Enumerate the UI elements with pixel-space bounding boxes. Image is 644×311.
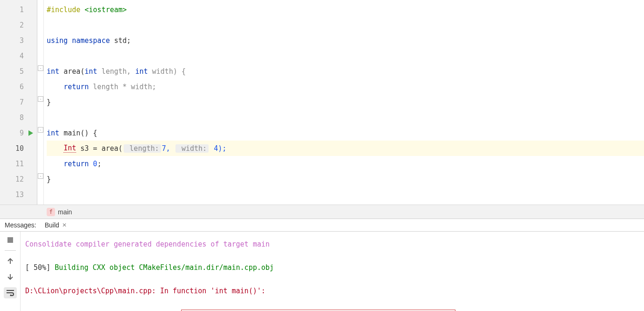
- tab-build[interactable]: Build ✕: [41, 219, 70, 231]
- code-line: [47, 17, 644, 33]
- code-editor[interactable]: #include <iostream> using namespace std;…: [44, 0, 644, 205]
- output-toolbar: [0, 232, 21, 311]
- line-number[interactable]: 12: [0, 171, 37, 187]
- line-number[interactable]: 4: [0, 48, 37, 64]
- fold-close-icon[interactable]: -: [38, 173, 43, 179]
- line-number[interactable]: 8: [0, 110, 37, 125]
- panel-tab-bar: Messages: Build ✕: [0, 219, 644, 232]
- svg-rect-0: [7, 237, 13, 243]
- gutter: 1 2 3 4 5 6 7 8 9 10 11 12 13: [0, 0, 37, 205]
- fold-close-icon[interactable]: -: [38, 96, 43, 102]
- output-line: D:\CLion\projects\Cpp\main.cpp:10:5: err…: [25, 309, 639, 311]
- editor-area: 1 2 3 4 5 6 7 8 9 10 11 12 13 - - - - #i…: [0, 0, 644, 205]
- output-line: D:\CLion\projects\Cpp\main.cpp: In funct…: [25, 285, 639, 297]
- arrow-up-icon[interactable]: [4, 255, 17, 267]
- code-line: return length * width;: [47, 79, 644, 94]
- inlay-hint: length:: [124, 144, 161, 153]
- code-line: [47, 110, 644, 125]
- close-icon[interactable]: ✕: [62, 222, 67, 228]
- breadcrumb[interactable]: f main: [0, 205, 644, 219]
- line-number[interactable]: 1: [0, 2, 37, 17]
- arrow-down-icon[interactable]: [4, 271, 17, 283]
- function-icon: f: [47, 208, 55, 216]
- run-gutter-icon[interactable]: [28, 130, 33, 136]
- code-line: [47, 187, 644, 202]
- fold-open-icon[interactable]: -: [38, 65, 43, 71]
- fold-column: - - - -: [37, 0, 44, 205]
- line-number[interactable]: 5: [0, 64, 37, 79]
- fold-open-icon[interactable]: -: [38, 127, 43, 133]
- inlay-hint: width:: [175, 144, 209, 153]
- code-line: using namespace std;: [47, 33, 644, 48]
- line-number[interactable]: 9: [0, 125, 37, 141]
- line-number[interactable]: 7: [0, 94, 37, 110]
- code-line: #include <iostream>: [47, 2, 644, 17]
- line-number[interactable]: 3: [0, 33, 37, 48]
- line-number[interactable]: 13: [0, 187, 37, 202]
- line-number[interactable]: 11: [0, 156, 37, 171]
- code-line: }: [47, 171, 644, 187]
- soft-wrap-icon[interactable]: [4, 287, 17, 298]
- line-number[interactable]: 6: [0, 79, 37, 94]
- output-line: Consolidate compiler generated dependenc…: [25, 239, 639, 250]
- build-output[interactable]: Consolidate compiler generated dependenc…: [21, 232, 644, 311]
- code-line: int area(int length, int width) {: [47, 64, 644, 79]
- line-number[interactable]: 10: [0, 141, 37, 156]
- code-line: Int s3 = area( length:7, width: 4);: [47, 141, 644, 156]
- line-number[interactable]: 2: [0, 17, 37, 33]
- stop-icon[interactable]: [4, 234, 17, 246]
- breadcrumb-label: main: [58, 208, 72, 216]
- messages-label: Messages:: [0, 221, 41, 229]
- output-line: [ 50%] Building CXX object CMakeFiles/ma…: [25, 262, 639, 274]
- build-output-panel: Consolidate compiler generated dependenc…: [0, 232, 644, 311]
- code-line: int main() {: [47, 125, 644, 141]
- code-line: [47, 48, 644, 64]
- separator: [5, 250, 16, 251]
- code-line: return 0;: [47, 156, 644, 171]
- code-line: }: [47, 94, 644, 110]
